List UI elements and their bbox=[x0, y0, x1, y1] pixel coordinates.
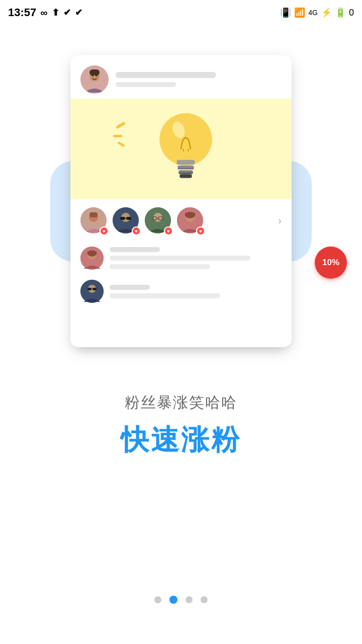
lightbulb-svg bbox=[141, 104, 221, 194]
dot-4[interactable] bbox=[201, 596, 208, 603]
like-avatar-4: ♥ bbox=[177, 207, 203, 233]
dot-3[interactable] bbox=[186, 596, 193, 603]
svg-rect-11 bbox=[176, 160, 195, 165]
comment-text-line-2 bbox=[110, 264, 210, 269]
card-wrapper: ♥ ♥ bbox=[60, 55, 302, 367]
comment-lines-2 bbox=[110, 285, 282, 298]
subtitle-text: 粉丝暴涨笑哈哈 bbox=[121, 392, 241, 413]
main-card: ♥ ♥ bbox=[70, 55, 292, 347]
main-avatar bbox=[80, 65, 109, 94]
comment-lines-1 bbox=[110, 247, 282, 269]
time-display: 13:57 bbox=[8, 6, 36, 19]
status-bar: 13:57 ∞ ⬆ ✔ ✔ 📳 📶 4G ⚡ 🔋 0 bbox=[0, 0, 362, 25]
main-content: ♥ ♥ bbox=[0, 25, 362, 644]
like-heart-4: ♥ bbox=[196, 226, 205, 235]
like-heart-3: ♥ bbox=[164, 226, 173, 235]
comment-name-line-2 bbox=[110, 285, 150, 290]
like-heart-1: ♥ bbox=[100, 226, 109, 235]
svg-rect-12 bbox=[177, 166, 194, 170]
main-title: 快速涨粉 bbox=[121, 421, 241, 459]
svg-rect-17 bbox=[179, 174, 192, 178]
comment-row-1 bbox=[70, 242, 292, 275]
comment-row-2 bbox=[70, 275, 292, 308]
lightbulb-area bbox=[70, 99, 292, 199]
comment-text-line-1 bbox=[110, 256, 250, 261]
signal-4g-icon: 4G bbox=[308, 9, 318, 17]
wifi-icon: 📶 bbox=[294, 7, 305, 18]
comment-text-line-3 bbox=[110, 293, 220, 298]
text-section: 粉丝暴涨笑哈哈 快速涨粉 bbox=[121, 392, 241, 459]
like-avatar-1: ♥ bbox=[80, 207, 107, 233]
like-avatar-2: ♥ bbox=[113, 207, 139, 233]
check-double-icon: ✔ bbox=[75, 7, 82, 18]
svg-rect-7 bbox=[117, 141, 125, 147]
svg-rect-24 bbox=[126, 217, 131, 220]
likes-row: ♥ ♥ bbox=[70, 199, 292, 242]
likes-arrow: › bbox=[278, 215, 282, 226]
svg-rect-13 bbox=[178, 171, 193, 175]
like-heart-2: ♥ bbox=[132, 226, 141, 235]
dot-1[interactable] bbox=[154, 596, 161, 603]
status-left: 13:57 ∞ ⬆ ✔ ✔ bbox=[8, 6, 82, 19]
bolt-icon: ⚡ bbox=[321, 7, 332, 18]
svg-rect-5 bbox=[116, 121, 126, 129]
upload-icon: ⬆ bbox=[52, 7, 59, 18]
check-circle-icon: ✔ bbox=[63, 7, 71, 18]
phone-vibrate-icon: 📳 bbox=[280, 7, 291, 18]
svg-rect-38 bbox=[93, 288, 97, 290]
header-line-long bbox=[116, 72, 216, 78]
dots-indicator bbox=[154, 596, 208, 604]
svg-point-27 bbox=[153, 213, 162, 222]
svg-rect-6 bbox=[113, 135, 122, 137]
sparkle-decoration bbox=[111, 114, 141, 156]
like-avatar-3: ♥ bbox=[145, 207, 171, 233]
dot-2-active[interactable] bbox=[169, 596, 177, 604]
comment-name-line bbox=[110, 247, 160, 252]
svg-rect-20 bbox=[89, 212, 98, 217]
svg-rect-4 bbox=[89, 69, 100, 75]
percent-badge: 10% bbox=[315, 247, 347, 279]
infinity-icon: ∞ bbox=[40, 7, 47, 19]
header-lines bbox=[116, 72, 282, 87]
svg-rect-37 bbox=[87, 288, 92, 290]
battery-level: 0 bbox=[349, 8, 354, 18]
status-right: 📳 📶 4G ⚡ 🔋 0 bbox=[280, 7, 354, 18]
battery-icon: 🔋 bbox=[335, 7, 346, 18]
header-line-short bbox=[116, 82, 176, 87]
card-header bbox=[70, 55, 292, 99]
svg-point-9 bbox=[159, 113, 212, 166]
svg-rect-23 bbox=[120, 217, 125, 220]
